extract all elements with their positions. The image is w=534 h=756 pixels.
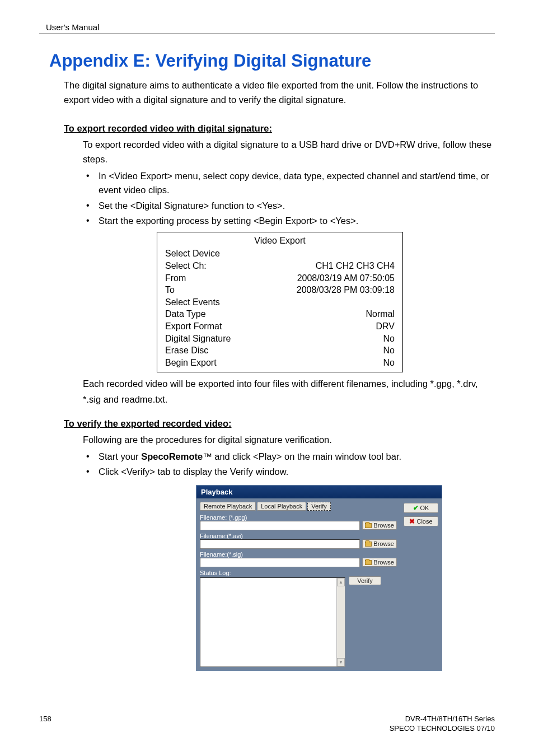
section2-bullets: Start your SpecoRemote™ and click <Play>… [83,450,495,479]
footer-company: SPECO TECHNOLOGIES 07/10 [390,724,495,734]
bullet-item: Start your SpecoRemote™ and click <Play>… [83,450,495,464]
page-footer: 158 DVR-4TH/8TH/16TH Series SPECO TECHNO… [39,715,495,734]
section1-heading: To export recorded video with digital si… [64,123,495,134]
folder-icon [365,523,372,528]
page: User's Manual Appendix E: Verifying Digi… [0,0,534,756]
bullet-item: Click <Verify> tab to display the Verify… [83,465,495,479]
ok-label: OK [420,505,429,511]
close-button[interactable]: ✖ Close [404,516,438,526]
bullet-item: Start the exporting process by setting <… [83,214,495,228]
video-export-label: Select Events [165,296,220,309]
browse-button-sig[interactable]: Browse [362,558,397,567]
input-filename-avi[interactable] [200,539,360,549]
label-filename-sig: Filename:(*.sig) [200,551,397,558]
video-export-value: DRV [376,320,395,333]
status-wrap: ▲ ▼ Verify [200,576,397,667]
video-export-label: From [165,272,186,284]
dialog-titlebar: Playback [196,486,442,498]
browse-label: Browse [373,522,394,529]
video-export-row: Erase DiscNo [165,344,395,357]
video-export-value: Normal [366,308,395,320]
scroll-up-icon[interactable]: ▲ [337,578,345,586]
folder-icon [365,560,372,565]
video-export-label: Select Ch: [165,260,207,272]
tab-strip: Remote Playback Local Playback Verify [200,502,397,511]
video-export-row: From2008/03/19 AM 07:50:05 [165,272,395,284]
ok-button[interactable]: ✔ OK [404,503,438,513]
page-header: User's Manual [39,22,495,34]
dialog-left-panel: Remote Playback Local Playback Verify Fi… [196,498,400,670]
video-export-label: Data Type [165,308,206,320]
row-filename-gpg: Browse [200,521,397,530]
video-export-value: CH1 CH2 CH3 CH4 [316,260,395,272]
check-icon: ✔ [413,504,419,512]
row-filename-sig: Browse [200,558,397,567]
browse-button-avi[interactable]: Browse [362,539,397,548]
footer-right: DVR-4TH/8TH/16TH Series SPECO TECHNOLOGI… [390,715,495,734]
video-export-row: Begin ExportNo [165,357,395,369]
video-export-label: Begin Export [165,357,217,369]
video-export-label: Erase Disc [165,344,208,357]
row-filename-avi: Browse [200,539,397,549]
dialog-right-panel: ✔ OK ✖ Close [400,498,442,670]
video-export-label: Digital Signature [165,333,231,345]
video-export-title: Video Export [165,235,395,247]
post-export-paragraph: Each recorded video will be exported int… [83,376,495,407]
video-export-row: To2008/03/28 PM 03:09:18 [165,284,395,296]
label-filename-gpg: Filename: (*.gpg) [200,514,397,521]
video-export-row: Export FormatDRV [165,320,395,333]
browse-label: Browse [373,540,394,547]
video-export-label: To [165,284,175,296]
bullet-text-pre: Click <Verify> tab to display the Verify… [99,466,288,477]
video-export-value: 2008/03/19 AM 07:50:05 [297,272,395,284]
bullet-text-pre: Start your [99,451,141,461]
video-export-value: No [383,344,395,357]
video-export-value: 2008/03/28 PM 03:09:18 [297,284,395,296]
video-export-value: No [383,357,395,369]
folder-icon [365,542,372,547]
x-icon: ✖ [409,517,415,525]
video-export-row: Select Ch:CH1 CH2 CH3 CH4 [165,260,395,272]
video-export-row: Select Events [165,296,395,309]
video-export-row: Data TypeNormal [165,308,395,320]
input-filename-gpg[interactable] [200,521,360,530]
bullet-text-post: ™ and click <Play> on the main window to… [203,451,401,461]
footer-series: DVR-4TH/8TH/16TH Series [390,715,495,724]
tab-remote-playback[interactable]: Remote Playback [200,502,256,511]
playback-dialog: Playback Remote Playback Local Playback … [196,485,442,671]
dialog-body: Remote Playback Local Playback Verify Fi… [196,498,442,670]
video-export-label: Export Format [165,320,222,333]
footer-page-number: 158 [39,715,51,734]
verify-label: Verify [357,577,373,584]
status-log-textarea[interactable]: ▲ ▼ [200,577,345,667]
video-export-row: Select Device [165,248,395,260]
browse-label: Browse [373,559,394,566]
video-export-label: Select Device [165,248,220,260]
video-export-row: Digital SignatureNo [165,333,395,345]
scroll-down-icon[interactable]: ▼ [337,658,345,666]
section1-bullets: In <Video Export> menu, select copy devi… [83,169,495,228]
bullet-text-bold: SpecoRemote [141,451,203,461]
scrollbar[interactable]: ▲ ▼ [336,578,345,666]
input-filename-sig[interactable] [200,558,360,567]
label-filename-avi: Filename:(*.avi) [200,533,397,539]
bullet-item: In <Video Export> menu, select copy devi… [83,169,495,198]
label-status-log: Status Log: [200,570,397,576]
bullet-item: Set the <Digital Signature> function to … [83,199,495,213]
video-export-menu: Video Export Select DeviceSelect Ch:CH1 … [157,232,403,373]
intro-paragraph: The digital signature aims to authentica… [64,78,495,108]
close-label: Close [416,518,432,525]
browse-button-gpg[interactable]: Browse [362,521,397,530]
tab-verify[interactable]: Verify [307,502,331,511]
verify-button[interactable]: Verify [349,576,381,585]
page-title: Appendix E: Verifying Digital Signature [49,51,495,71]
dialog-title: Playback [201,488,232,496]
section1-paragraph: To export recorded video with a digital … [83,137,495,167]
header-label: User's Manual [39,22,99,32]
section2-heading: To verify the exported recorded video: [64,418,495,429]
video-export-value: No [383,333,395,345]
section2-paragraph: Following are the procedures for digital… [83,432,495,447]
tab-local-playback[interactable]: Local Playback [257,502,306,511]
